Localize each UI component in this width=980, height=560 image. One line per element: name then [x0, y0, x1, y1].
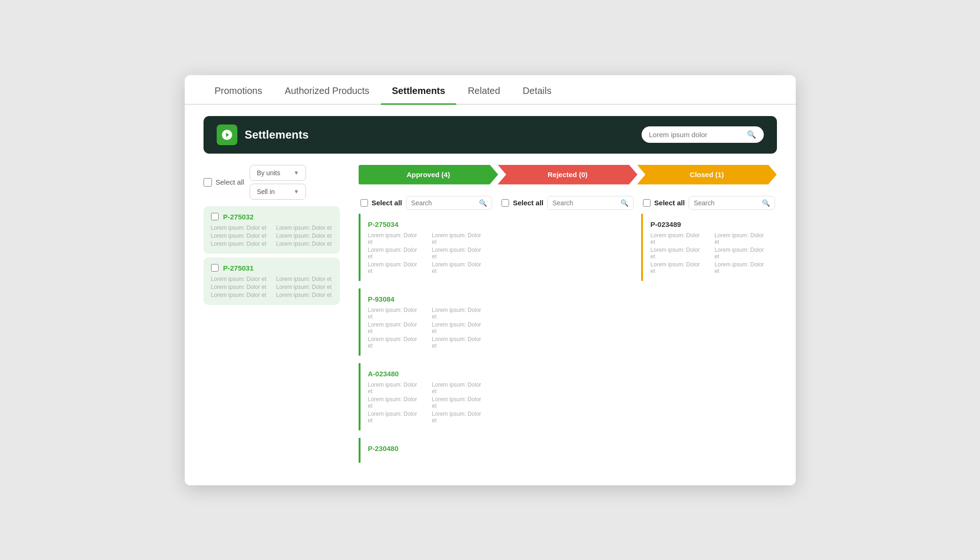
- header-title: Settlements: [245, 128, 309, 141]
- header-search-icon: 🔍: [747, 130, 756, 139]
- tab-settlements[interactable]: Settlements: [381, 75, 456, 104]
- closed-search-icon: 🔍: [762, 199, 770, 207]
- approved-card-3[interactable]: P-230480: [359, 438, 494, 463]
- card-checkbox-p275031[interactable]: [211, 264, 219, 272]
- dropdown-by-units[interactable]: By units ▼: [250, 165, 306, 181]
- pipeline-section: Approved (4) Rejected (0) Closed (1): [359, 165, 777, 467]
- approved-card-id-1: P-93084: [368, 295, 487, 303]
- header-bar-left: Settlements: [217, 124, 309, 145]
- stage-rejected-label: Rejected (0): [498, 165, 637, 185]
- rejected-search-icon: 🔍: [620, 199, 628, 207]
- approved-search-input[interactable]: [411, 199, 477, 207]
- card-body-p275031: Lorem ipsum: Dolor et Lorem ipsum: Dolor…: [211, 276, 332, 298]
- closed-col-header: Select all 🔍: [641, 196, 777, 210]
- page-wrapper: Promotions Authorized Products Settlemen…: [185, 75, 796, 485]
- stage-rejected: Rejected (0): [498, 165, 637, 185]
- stage-closed: Closed (1): [637, 165, 776, 185]
- closed-search[interactable]: 🔍: [689, 196, 775, 210]
- left-cards: P-275032 Lorem ipsum: Dolor et Lorem ips…: [204, 206, 340, 305]
- left-card-1[interactable]: P-275031 Lorem ipsum: Dolor et Lorem ips…: [204, 257, 340, 305]
- closed-select-all-label: Select all: [654, 199, 685, 207]
- approved-card-1[interactable]: P-93084 Lorem ipsum: Dolor et Lorem ipsu…: [359, 288, 494, 356]
- dropdown-sell-in[interactable]: Sell in ▼: [250, 184, 306, 200]
- main-content: Settlements 🔍 Select all By: [185, 105, 796, 485]
- header-bar: Settlements 🔍: [204, 116, 777, 154]
- tab-authorized-products[interactable]: Authorized Products: [274, 75, 381, 104]
- approved-select-all-checkbox[interactable]: [361, 199, 368, 207]
- chevron-down-icon-2: ▼: [293, 188, 299, 195]
- settlements-icon: [217, 124, 237, 145]
- left-select-all-checkbox[interactable]: [204, 178, 212, 187]
- left-card-0[interactable]: P-275032 Lorem ipsum: Dolor et Lorem ips…: [204, 206, 340, 254]
- card-body-p275032: Lorem ipsum: Dolor et Lorem ipsum: Dolor…: [211, 225, 332, 247]
- rejected-search[interactable]: 🔍: [547, 196, 634, 210]
- closed-select-all-checkbox[interactable]: [643, 199, 651, 207]
- header-search-input[interactable]: [649, 131, 743, 139]
- closed-card-id-0: P-023489: [651, 220, 769, 228]
- approved-column: Select all 🔍 P-275034: [359, 196, 494, 467]
- tab-details[interactable]: Details: [511, 75, 563, 104]
- approved-card-2[interactable]: A-023480 Lorem ipsum: Dolor et Lorem ips…: [359, 363, 494, 430]
- closed-column: Select all 🔍 P-023489: [641, 196, 777, 467]
- closed-search-input[interactable]: [694, 199, 759, 207]
- dropdown-by-units-label: By units: [257, 169, 280, 177]
- tab-promotions[interactable]: Promotions: [204, 75, 274, 104]
- approved-search[interactable]: 🔍: [406, 196, 493, 210]
- stage-approved-label: Approved (4): [359, 165, 498, 185]
- rejected-select-all-checkbox[interactable]: [502, 199, 509, 207]
- approved-select-all-label: Select all: [372, 199, 402, 207]
- stage-closed-label: Closed (1): [637, 165, 776, 185]
- chevron-down-icon: ▼: [293, 170, 299, 176]
- rejected-select-all-label: Select all: [513, 199, 543, 207]
- approved-search-icon: 🔍: [479, 199, 487, 207]
- approved-card-id-2: A-023480: [368, 370, 487, 378]
- columns-body: Select all 🔍 P-275034: [359, 196, 777, 467]
- tabs-nav: Promotions Authorized Products Settlemen…: [185, 75, 796, 105]
- dropdowns: By units ▼ Sell in ▼: [250, 165, 306, 200]
- card-id-p275031: P-275031: [211, 264, 332, 272]
- rejected-col-header: Select all 🔍: [500, 196, 635, 210]
- tab-related[interactable]: Related: [456, 75, 511, 104]
- header-search[interactable]: 🔍: [642, 126, 764, 143]
- left-select-all-label: Select all: [216, 178, 244, 186]
- approved-card-id-3: P-230480: [368, 444, 487, 452]
- approved-card-id-0: P-275034: [368, 220, 487, 228]
- approved-col-header: Select all 🔍: [359, 196, 494, 210]
- rejected-column: Select all 🔍: [500, 196, 635, 467]
- closed-card-0[interactable]: P-023489 Lorem ipsum: Dolor et Lorem ips…: [641, 214, 777, 281]
- pipeline-header: Approved (4) Rejected (0) Closed (1): [359, 165, 777, 185]
- dropdown-sell-in-label: Sell in: [257, 188, 274, 195]
- left-panel: Select all By units ▼ Sell in ▼: [204, 165, 349, 309]
- left-select-all[interactable]: Select all: [204, 178, 244, 187]
- approved-card-0[interactable]: P-275034 Lorem ipsum: Dolor et Lorem ips…: [359, 214, 494, 281]
- stage-approved: Approved (4): [359, 165, 498, 185]
- card-id-p275032: P-275032: [211, 213, 332, 221]
- card-checkbox-p275032[interactable]: [211, 213, 219, 220]
- rejected-search-input[interactable]: [552, 199, 618, 207]
